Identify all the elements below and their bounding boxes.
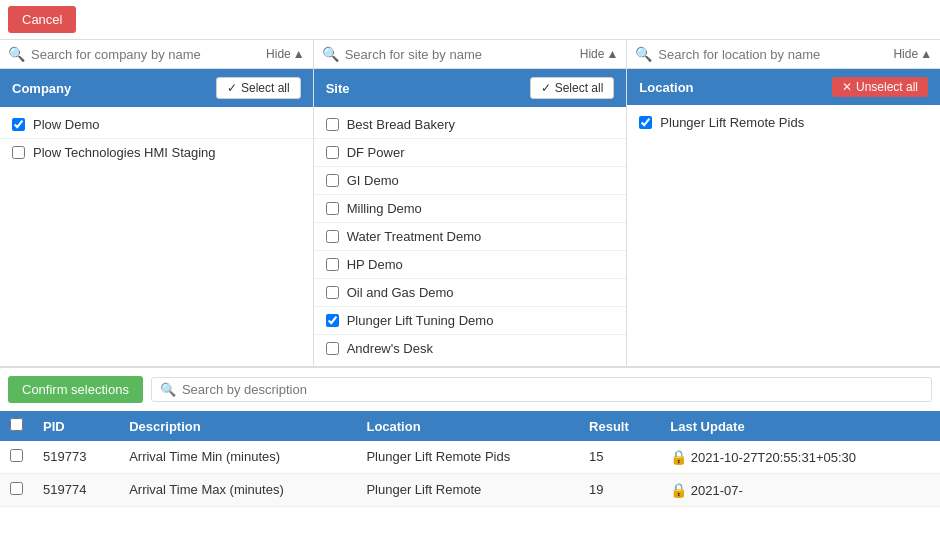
location-search-icon: 🔍	[635, 46, 652, 62]
row-description: Arrival Time Max (minutes)	[119, 474, 356, 507]
confirm-selections-button[interactable]: Confirm selections	[8, 376, 143, 403]
item-checkbox[interactable]	[326, 286, 339, 299]
row-location: Plunger Lift Remote	[356, 474, 579, 507]
list-item[interactable]: Oil and Gas Demo	[314, 279, 627, 307]
list-item[interactable]: Plunger Lift Remote Pids	[627, 109, 940, 136]
item-label: Andrew's Desk	[347, 341, 433, 356]
row-result: 15	[579, 441, 660, 474]
search-row: 🔍 Hide ▲ 🔍 Hide ▲ 🔍 Hide ▲	[0, 39, 940, 69]
location-unselect-all-button[interactable]: ✕ Unselect all	[832, 77, 928, 97]
site-checkmark-icon: ✓	[541, 81, 551, 95]
item-label: Milling Demo	[347, 201, 422, 216]
location-search-input[interactable]	[658, 47, 885, 62]
company-hide-link[interactable]: Hide ▲	[266, 47, 305, 61]
company-select-all-button[interactable]: ✓ Select all	[216, 77, 301, 99]
list-item[interactable]: Plow Demo	[0, 111, 313, 139]
item-label: HP Demo	[347, 257, 403, 272]
checkmark-icon: ✓	[227, 81, 237, 95]
company-column-header: Company ✓ Select all	[0, 69, 313, 107]
item-checkbox[interactable]	[326, 146, 339, 159]
list-item[interactable]: Plunger Lift Tuning Demo	[314, 307, 627, 335]
location-x-icon: ✕	[842, 80, 852, 94]
item-checkbox[interactable]	[326, 342, 339, 355]
select-all-rows-checkbox[interactable]	[10, 418, 23, 431]
item-checkbox[interactable]	[326, 202, 339, 215]
row-last-update: 🔒 2021-07-	[660, 474, 940, 507]
desc-search-icon: 🔍	[160, 382, 176, 397]
item-checkbox[interactable]	[12, 118, 25, 131]
item-label: GI Demo	[347, 173, 399, 188]
table-row: 519774 Arrival Time Max (minutes) Plunge…	[0, 474, 940, 507]
row-checkbox[interactable]	[10, 482, 23, 495]
list-item[interactable]: GI Demo	[314, 167, 627, 195]
item-checkbox[interactable]	[326, 258, 339, 271]
columns-panel: Company ✓ Select all Plow DemoPlow Techn…	[0, 69, 940, 368]
table-header-last-update: Last Update	[660, 411, 940, 441]
site-column-header: Site ✓ Select all	[314, 69, 627, 107]
row-description: Arrival Time Min (minutes)	[119, 441, 356, 474]
cancel-button[interactable]: Cancel	[8, 6, 76, 33]
item-label: Plow Technologies HMI Staging	[33, 145, 216, 160]
row-pid: 519774	[33, 474, 119, 507]
data-table-wrapper: PID Description Location Result Last Upd…	[0, 411, 940, 507]
company-column: Company ✓ Select all Plow DemoPlow Techn…	[0, 69, 314, 366]
item-label: DF Power	[347, 145, 405, 160]
table-header-description: Description	[119, 411, 356, 441]
list-item[interactable]: Water Treatment Demo	[314, 223, 627, 251]
company-search-input[interactable]	[31, 47, 258, 62]
confirm-row: Confirm selections 🔍	[0, 368, 940, 411]
company-column-title: Company	[12, 81, 71, 96]
table-header-result: Result	[579, 411, 660, 441]
site-column-title: Site	[326, 81, 350, 96]
row-checkbox[interactable]	[10, 449, 23, 462]
company-search-group: 🔍 Hide ▲	[0, 40, 314, 68]
site-column: Site ✓ Select all Best Bread BakeryDF Po…	[314, 69, 628, 366]
item-label: Oil and Gas Demo	[347, 285, 454, 300]
row-last-update: 🔒 2021-10-27T20:55:31+05:30	[660, 441, 940, 474]
table-header-location: Location	[356, 411, 579, 441]
list-item[interactable]: Andrew's Desk	[314, 335, 627, 362]
site-select-all-button[interactable]: ✓ Select all	[530, 77, 615, 99]
row-pid: 519773	[33, 441, 119, 474]
item-label: Plunger Lift Tuning Demo	[347, 313, 494, 328]
item-label: Best Bread Bakery	[347, 117, 455, 132]
company-items-list: Plow DemoPlow Technologies HMI Staging	[0, 107, 313, 187]
description-search-wrapper: 🔍	[151, 377, 932, 402]
lock-icon: 🔒	[670, 449, 687, 465]
row-checkbox-cell	[0, 474, 33, 507]
item-checkbox[interactable]	[326, 314, 339, 327]
lock-icon: 🔒	[670, 482, 687, 498]
item-checkbox[interactable]	[326, 174, 339, 187]
table-row: 519773 Arrival Time Min (minutes) Plunge…	[0, 441, 940, 474]
location-search-group: 🔍 Hide ▲	[627, 40, 940, 68]
site-items-list: Best Bread BakeryDF PowerGI DemoMilling …	[314, 107, 627, 366]
item-label: Plow Demo	[33, 117, 99, 132]
item-checkbox[interactable]	[326, 230, 339, 243]
location-column-title: Location	[639, 80, 693, 95]
table-header-pid: PID	[33, 411, 119, 441]
list-item[interactable]: Plow Technologies HMI Staging	[0, 139, 313, 166]
site-search-group: 🔍 Hide ▲	[314, 40, 628, 68]
location-items-list: Plunger Lift Remote Pids	[627, 105, 940, 185]
list-item[interactable]: DF Power	[314, 139, 627, 167]
item-checkbox[interactable]	[326, 118, 339, 131]
location-column-header: Location ✕ Unselect all	[627, 69, 940, 105]
list-item[interactable]: Milling Demo	[314, 195, 627, 223]
list-item[interactable]: HP Demo	[314, 251, 627, 279]
item-checkbox[interactable]	[12, 146, 25, 159]
list-item[interactable]: Best Bread Bakery	[314, 111, 627, 139]
data-table: PID Description Location Result Last Upd…	[0, 411, 940, 507]
table-header-row: PID Description Location Result Last Upd…	[0, 411, 940, 441]
bottom-section: Confirm selections 🔍 PID Description Loc…	[0, 368, 940, 507]
item-label: Water Treatment Demo	[347, 229, 482, 244]
row-checkbox-cell	[0, 441, 33, 474]
site-hide-link[interactable]: Hide ▲	[580, 47, 619, 61]
item-checkbox[interactable]	[639, 116, 652, 129]
site-search-input[interactable]	[345, 47, 572, 62]
row-result: 19	[579, 474, 660, 507]
site-search-icon: 🔍	[322, 46, 339, 62]
location-hide-link[interactable]: Hide ▲	[893, 47, 932, 61]
company-search-icon: 🔍	[8, 46, 25, 62]
table-header-checkbox	[0, 411, 33, 441]
description-search-input[interactable]	[182, 382, 923, 397]
